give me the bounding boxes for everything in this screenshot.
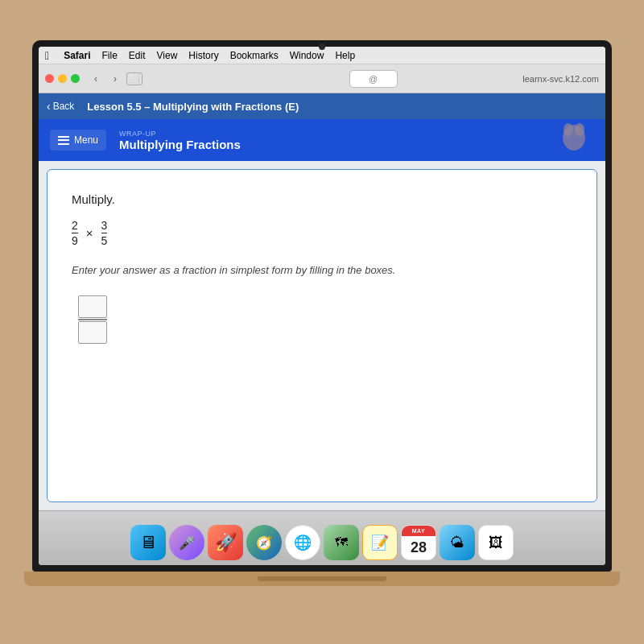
answer-fraction [78, 295, 572, 344]
fraction2-numerator: 3 [101, 219, 108, 233]
fraction-1: 2 9 [72, 219, 78, 248]
menu-history[interactable]: History [188, 50, 218, 61]
maps-icon: 🗺 [335, 535, 348, 550]
question-card: Multiply. 2 9 × 3 5 Enter your answer as… [47, 169, 597, 502]
photos-icon: 🖼 [489, 535, 503, 551]
address-at-symbol: @ [369, 74, 378, 84]
fraction2-denominator: 5 [101, 233, 108, 248]
svg-point-2 [575, 123, 584, 136]
answer-numerator-input[interactable] [78, 295, 107, 318]
dock-launchpad[interactable]: 🚀 [208, 525, 243, 560]
menu-view[interactable]: View [157, 50, 178, 61]
times-symbol: × [86, 226, 93, 240]
wrap-up-label: WRAP-UP [119, 130, 241, 138]
screen:  Safari File Edit View History Bookmark… [39, 47, 605, 565]
safari-toolbar: ‹ › ⬜ @ learnx-svc.k12.com [39, 64, 605, 93]
apple-logo-icon:  [45, 49, 49, 62]
finder-icon: 🖥 [139, 532, 157, 553]
fraction1-denominator: 9 [72, 233, 78, 248]
screen-bezel:  Safari File Edit View History Bookmark… [32, 40, 612, 572]
url-text: learnx-svc.k12.com [522, 74, 599, 84]
fraction-2: 3 5 [101, 219, 108, 248]
breadcrumb-bar: ‹ Back Lesson 5.5 – Multiplying with Fra… [39, 93, 605, 119]
dock-weather[interactable]: 🌤 [440, 525, 475, 560]
menu-file[interactable]: File [101, 50, 117, 61]
laptop-bottom [24, 572, 620, 586]
weather-icon: 🌤 [450, 535, 464, 551]
launchpad-icon: 🚀 [215, 532, 237, 553]
url-display: learnx-svc.k12.com [522, 74, 599, 84]
menu-button[interactable]: Menu [50, 130, 106, 151]
fraction-expression: 2 9 × 3 5 [72, 219, 572, 248]
camera-dot [319, 43, 325, 50]
back-label[interactable]: Back [53, 101, 75, 112]
dock-maps[interactable]: 🗺 [324, 525, 359, 560]
menu-safari[interactable]: Safari [64, 50, 90, 61]
menu-help[interactable]: Help [335, 50, 355, 61]
dock-calendar[interactable]: MAY 28 [401, 525, 436, 560]
calendar-top: MAY [402, 526, 436, 536]
laptop-notch [258, 576, 386, 581]
dock-photos[interactable]: 🖼 [478, 525, 514, 560]
fraction-line [78, 319, 107, 320]
address-center-icon: @ [349, 70, 398, 88]
back-button[interactable]: ‹ Back [47, 100, 74, 113]
close-button[interactable] [45, 74, 54, 83]
laptop-frame:  Safari File Edit View History Bookmark… [24, 32, 620, 612]
address-bar-wrapper: @ learnx-svc.k12.com [147, 74, 599, 84]
siri-icon: 🎤 [179, 535, 195, 551]
dock-chrome[interactable]: 🌐 [285, 525, 320, 560]
content-area: Multiply. 2 9 × 3 5 Enter your answer as… [39, 161, 605, 510]
header-mascot [554, 120, 594, 160]
menu-button-label: Menu [74, 134, 98, 146]
hamburger-icon [58, 136, 69, 145]
lesson-header: Menu WRAP-UP Multiplying Fractions [39, 119, 605, 161]
dock-notes[interactable]: 📝 [362, 525, 398, 560]
dock-finder[interactable]: 🖥 [130, 525, 166, 560]
menu-window[interactable]: Window [290, 50, 324, 61]
sidebar-icon[interactable]: ⬜ [126, 72, 142, 85]
fraction1-numerator: 2 [72, 219, 78, 233]
svg-point-1 [564, 123, 573, 136]
back-chevron-icon: ‹ [47, 100, 51, 113]
answer-denominator-input[interactable] [78, 321, 107, 344]
calendar-day: 28 [411, 536, 427, 559]
chrome-icon: 🌐 [294, 534, 312, 551]
menu-edit[interactable]: Edit [129, 50, 146, 61]
back-nav-button[interactable]: ‹ [88, 71, 104, 87]
notes-icon: 📝 [371, 534, 389, 551]
question-prompt: Multiply. [72, 192, 572, 206]
minimize-button[interactable] [58, 74, 67, 83]
menu-bookmarks[interactable]: Bookmarks [230, 50, 279, 61]
dock-bar: 🖥 🎤 🚀 🧭 🌐 [39, 510, 605, 565]
calendar-month: MAY [412, 528, 425, 534]
safari-icon: 🧭 [256, 535, 272, 551]
safari-toolbar-left: ‹ › ⬜ [45, 71, 142, 87]
dock-siri[interactable]: 🎤 [169, 525, 204, 560]
dock-safari[interactable]: 🧭 [246, 525, 282, 560]
header-text-block: WRAP-UP Multiplying Fractions [119, 130, 241, 151]
forward-nav-button[interactable]: › [107, 71, 123, 87]
maximize-button[interactable] [71, 74, 80, 83]
traffic-lights [45, 74, 80, 83]
instruction-text: Enter your answer as a fraction in simpl… [72, 264, 572, 276]
breadcrumb-title: Lesson 5.5 – Multiplying with Fractions … [87, 101, 299, 113]
lesson-title: Multiplying Fractions [119, 138, 241, 151]
